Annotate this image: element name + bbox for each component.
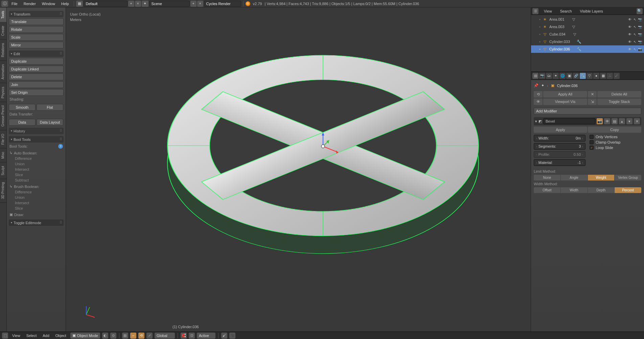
mirror-button[interactable]: Mirror xyxy=(9,42,64,48)
seg-weight[interactable]: Weight xyxy=(588,175,615,181)
vtab-3d-printing[interactable]: 3D Printing xyxy=(0,179,6,203)
pin-icon[interactable]: 📌 xyxy=(534,83,538,88)
vtab-tools[interactable]: Tools xyxy=(0,7,6,22)
info-editor-icon[interactable]: ⓘ xyxy=(1,1,8,7)
seg-depth[interactable]: Depth xyxy=(588,187,615,193)
props-editor-icon[interactable]: ▤ xyxy=(532,73,538,79)
material-field[interactable]: Material:-1 xyxy=(534,159,585,166)
move-up-icon[interactable]: ▴ xyxy=(619,118,625,124)
segments-field[interactable]: Segments:3 xyxy=(534,143,585,150)
seg-none[interactable]: None xyxy=(534,175,560,181)
add-modifier-button[interactable]: Add Modifier xyxy=(534,108,641,114)
limit-method-segment[interactable]: NoneAngleWeightVertex Group xyxy=(534,175,641,181)
vtab-sculpt[interactable]: Sculpt xyxy=(0,163,6,179)
search-icon[interactable]: 🔍 xyxy=(637,8,643,14)
tab-modifiers[interactable]: 🔧 xyxy=(580,73,586,79)
vtab-physics[interactable]: Physics xyxy=(0,83,6,102)
vtab-create[interactable]: Create xyxy=(0,22,6,40)
menu-select[interactable]: Select xyxy=(24,334,39,338)
menu-render[interactable]: Render xyxy=(21,2,39,6)
only-vertices-checkbox[interactable]: Only Vertices xyxy=(590,135,641,139)
shading-sphere-icon[interactable]: ◐ xyxy=(102,333,108,339)
show-viewport-icon[interactable]: 👁 xyxy=(604,118,610,124)
manipulator-rotate-icon[interactable]: ⟲ xyxy=(138,333,144,339)
outliner-item[interactable]: ◦☀Area.001▽👁↖📷 xyxy=(531,16,644,23)
remove-layout-button[interactable]: × xyxy=(135,1,141,7)
tab-constraints[interactable]: 🔗 xyxy=(573,73,579,79)
auto-subtract[interactable]: Subtract xyxy=(9,177,64,183)
tab-scene[interactable]: ✦ xyxy=(553,73,559,79)
shade-smooth-button[interactable]: Smooth xyxy=(9,104,36,111)
delete-all-icon[interactable]: ✕ xyxy=(588,91,597,98)
seg-angle[interactable]: Angle xyxy=(561,175,588,181)
tab-render[interactable]: 📷 xyxy=(539,73,545,79)
brush-union[interactable]: Union xyxy=(9,195,64,200)
tab-material[interactable]: ● xyxy=(593,73,599,79)
toggle-stack-icon[interactable]: ⇲ xyxy=(588,99,597,105)
render-engine-field[interactable]: Cycles Render xyxy=(204,1,241,7)
panel-edit-header[interactable]: Edit⠿ xyxy=(9,50,64,57)
viewport-vis-icon[interactable]: 👁 xyxy=(534,99,543,105)
manipulator-translate-icon[interactable]: ↔ xyxy=(130,333,136,339)
panel-history-header[interactable]: History⠿ xyxy=(9,128,64,134)
auto-difference[interactable]: Difference xyxy=(9,156,64,161)
panel-toggle-editmode[interactable]: Toggle Editmode⠿ xyxy=(9,219,64,226)
vtab-grease-pencil[interactable]: Grease Pencil xyxy=(0,102,6,130)
menu-window[interactable]: Window xyxy=(39,2,58,6)
outliner-editor-icon[interactable]: ☰ xyxy=(532,8,538,14)
seg-vertex-group[interactable]: Vertex Group xyxy=(615,175,641,181)
data-layout-button[interactable]: Data Layout xyxy=(37,119,63,126)
tab-texture[interactable]: ▦ xyxy=(600,73,606,79)
show-editmode-icon[interactable]: ▤ xyxy=(612,118,618,124)
outliner-view[interactable]: View xyxy=(541,8,555,14)
render-preview-icon[interactable]: 🖌 xyxy=(221,333,227,339)
outliner-search[interactable]: Search xyxy=(557,8,575,14)
width-field[interactable]: Width:0m xyxy=(534,135,585,142)
seg-width[interactable]: Width xyxy=(561,187,588,193)
brush-intersect[interactable]: Intersect xyxy=(9,200,64,206)
panel-booltools-header[interactable]: Bool Tools⠿ xyxy=(9,136,64,143)
toggle-stack-button[interactable]: Toggle Stack xyxy=(597,99,641,105)
scale-button[interactable]: Scale xyxy=(9,34,64,41)
apply-button[interactable]: Apply xyxy=(534,127,587,133)
menu-view[interactable]: View xyxy=(10,334,22,338)
show-render-icon[interactable]: 📷 xyxy=(597,118,603,124)
add-scene-button[interactable]: + xyxy=(190,1,197,7)
panel-transform-header[interactable]: Transform⠿ xyxy=(9,11,64,17)
duplicate-button[interactable]: Duplicate xyxy=(9,58,64,65)
vtab-relations[interactable]: Relations xyxy=(0,40,6,61)
vtab-animation[interactable]: Animation xyxy=(0,61,6,83)
set-origin-button[interactable]: Set Origin xyxy=(9,89,64,96)
brush-slice[interactable]: Slice xyxy=(9,206,64,211)
camera-icon[interactable]: 🎥 xyxy=(229,333,235,339)
copy-button[interactable]: Copy xyxy=(588,127,641,133)
snap-element-icon[interactable]: ⊡ xyxy=(189,333,195,339)
menu-object[interactable]: Object xyxy=(53,334,68,338)
outliner-item[interactable]: ◦▽Cylinder.033🔧👁↖📷 xyxy=(531,38,644,45)
vtab-misc[interactable]: Misc xyxy=(0,148,6,163)
tab-render-layers[interactable]: 🗂 xyxy=(546,73,552,79)
scene-field[interactable]: Scene xyxy=(149,1,190,7)
tab-particles[interactable]: ∴ xyxy=(607,73,613,79)
remove-modifier-icon[interactable]: ✕ xyxy=(634,118,640,124)
seg-offset[interactable]: Offset xyxy=(534,187,560,193)
join-button[interactable]: Join xyxy=(9,81,64,88)
screen-layout-field[interactable]: Default xyxy=(84,1,128,7)
outliner-item[interactable]: ◦▽Cylinder.036🔧👁↖📷 xyxy=(531,45,644,53)
viewport-vis-button[interactable]: Viewport Vis xyxy=(543,99,587,105)
profile-field[interactable]: Profile:0.50 xyxy=(534,151,585,158)
orientation-selector[interactable]: Global xyxy=(155,333,175,339)
outliner-item[interactable]: ◦☀Area.003▽👁↖📷 xyxy=(531,23,644,30)
loop-slide-checkbox[interactable]: ✓Loop Slide xyxy=(590,146,641,150)
add-layout-button[interactable]: + xyxy=(128,1,134,7)
clamp-overlap-checkbox[interactable]: Clamp Overlap xyxy=(590,140,641,144)
seg-percent[interactable]: Percent xyxy=(615,187,641,193)
width-method-segment[interactable]: OffsetWidthDepthPercent xyxy=(534,187,641,193)
delete-button[interactable]: Delete xyxy=(9,73,64,80)
delete-all-button[interactable]: Delete All xyxy=(597,91,641,98)
menu-file[interactable]: File xyxy=(9,2,20,6)
snap-target-selector[interactable]: Active xyxy=(197,333,215,339)
data-transfer-button[interactable]: Data xyxy=(9,119,36,126)
rotate-button[interactable]: Rotate xyxy=(9,26,64,33)
manipulator-scale-icon[interactable]: ⤢ xyxy=(146,333,153,339)
